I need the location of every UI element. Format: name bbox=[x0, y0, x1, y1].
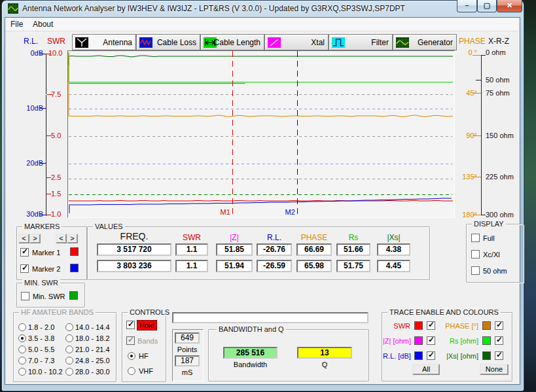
band-radio-5.0-5.5[interactable] bbox=[18, 346, 26, 353]
q-label: Q bbox=[297, 361, 352, 368]
phase-axis-title: PHASE bbox=[459, 37, 486, 46]
swr-header: SWR bbox=[175, 233, 208, 242]
rl-tick-mark bbox=[40, 108, 46, 109]
display-group-title: DISPLAY bbox=[472, 220, 506, 228]
min-swr-checkbox[interactable] bbox=[21, 292, 29, 300]
marker1-prev-button[interactable]: < bbox=[18, 234, 29, 243]
marker2-next-button[interactable]: > bbox=[67, 234, 78, 243]
trace-z-label: |Z| [ohm] bbox=[383, 337, 410, 345]
m1-freq-value[interactable]: 3 517 720 bbox=[97, 243, 171, 256]
trace-z-checkbox[interactable] bbox=[427, 336, 435, 345]
trace-enable-group-title: TRACE ENABLE AND COLOURS bbox=[387, 308, 501, 316]
tab-xtal[interactable]: Xtal bbox=[264, 34, 329, 50]
svg-text:M1: M1 bbox=[221, 208, 230, 216]
min-swr-color-swatch[interactable] bbox=[69, 291, 78, 300]
trace-swr-label: SWR bbox=[383, 322, 410, 330]
marker2-checkbox[interactable] bbox=[20, 264, 29, 273]
trace-xs-label: |Xs| [ohm] bbox=[437, 352, 478, 360]
minimize-icon: – bbox=[457, 1, 476, 9]
band-radio-1.8-2.0[interactable] bbox=[18, 323, 26, 331]
phase-header: PHASE bbox=[296, 233, 332, 242]
xrz-axis-title: X-R-Z bbox=[488, 37, 509, 46]
swr-tick: 5.0 bbox=[51, 132, 61, 139]
m2-rs-value: 51.75 bbox=[336, 260, 370, 272]
trace-swr-checkbox[interactable] bbox=[427, 321, 435, 330]
ohm-tick-mark bbox=[481, 215, 486, 215]
trace-phase-label: PHASE [°] bbox=[437, 322, 478, 330]
menu-file[interactable]: File bbox=[7, 19, 27, 29]
trace-rs-label: Rs [ohm] bbox=[437, 337, 478, 345]
markers-group-title: MARKERS bbox=[22, 223, 62, 230]
values-group-title: VALUES bbox=[93, 223, 125, 230]
m2-freq-value[interactable]: 3 803 236 bbox=[97, 260, 171, 272]
tab-cable-length[interactable]: Cable Length bbox=[200, 34, 264, 50]
trace-rs-checkbox[interactable] bbox=[495, 336, 503, 345]
trace-rl-checkbox[interactable] bbox=[427, 351, 435, 360]
hf-radio[interactable] bbox=[128, 352, 135, 360]
m2-swr-value: 1.1 bbox=[175, 260, 208, 272]
tab-label: Filter bbox=[371, 38, 389, 47]
ohm-tick: 225 ohm bbox=[486, 173, 514, 181]
swr-tick: 1.5 bbox=[51, 190, 61, 198]
ms-value: 187 bbox=[175, 355, 200, 366]
tab-antenna[interactable]: Antenna bbox=[72, 34, 136, 50]
marker1-label: Marker 1 bbox=[32, 249, 60, 257]
phase-tick-mark bbox=[473, 215, 481, 215]
display-50ohm-checkbox[interactable] bbox=[471, 266, 480, 275]
band-radio-14.0-14.4[interactable] bbox=[65, 323, 73, 331]
tab-label: Xtal bbox=[311, 38, 325, 47]
trace-all-button[interactable]: All bbox=[412, 364, 440, 375]
maximize-button[interactable]: ▢ bbox=[477, 0, 497, 12]
menu-about[interactable]: About bbox=[29, 19, 57, 29]
tab-filter[interactable]: Filter bbox=[329, 34, 393, 50]
ohm-tick-mark bbox=[481, 55, 486, 56]
trace-rs-swatch[interactable] bbox=[482, 336, 491, 345]
tab-label: Antenna bbox=[103, 38, 132, 47]
minimize-button[interactable]: – bbox=[457, 0, 477, 12]
xs-header: |Xs| bbox=[377, 233, 410, 242]
trace-xs-checkbox[interactable] bbox=[495, 351, 503, 360]
tab-cable-loss[interactable]: Cable Loss bbox=[136, 34, 200, 50]
trace-none-button[interactable]: None bbox=[480, 364, 509, 375]
hold-label: Hold bbox=[137, 320, 157, 330]
q-value: 13 bbox=[297, 347, 352, 359]
freq-header: FREQ. bbox=[97, 231, 171, 241]
trace-rl-label: R.L. [dB] bbox=[383, 352, 410, 360]
band-radio-3.5-3.8[interactable] bbox=[18, 334, 26, 342]
chart-plot-area[interactable]: M1M2 bbox=[67, 50, 455, 218]
display-full-checkbox[interactable] bbox=[471, 234, 480, 242]
bands-label: Bands bbox=[137, 337, 158, 345]
ohm-tick-mark bbox=[476, 80, 481, 80]
m1-xs-value: 4.38 bbox=[377, 243, 410, 256]
band-radio-28.0-30.0[interactable] bbox=[65, 368, 73, 376]
band-radio-10.0-10.2[interactable] bbox=[18, 368, 26, 376]
marker1-next-button[interactable]: > bbox=[29, 234, 41, 243]
trace-phase-checkbox[interactable] bbox=[495, 321, 503, 330]
bandwidth-q-group-title: BANDWIDTH and Q bbox=[217, 325, 286, 333]
sweep-input[interactable] bbox=[172, 312, 368, 323]
band-radio-7.0-7.3[interactable] bbox=[18, 357, 26, 365]
marker2-color-swatch[interactable] bbox=[70, 264, 79, 272]
band-radio-18.0-18.2[interactable] bbox=[65, 334, 73, 342]
trace-xs-swatch[interactable] bbox=[482, 351, 491, 360]
trace-rl-swatch[interactable] bbox=[414, 351, 423, 360]
close-button[interactable]: ✕ bbox=[497, 0, 522, 12]
vhf-radio[interactable] bbox=[128, 367, 135, 375]
tab-generator[interactable]: Generator bbox=[393, 34, 457, 50]
marker1-color-swatch[interactable] bbox=[70, 247, 79, 256]
hf-bands-group-title: HF AMATEUR BANDS bbox=[19, 308, 96, 316]
swr-tick-mark bbox=[46, 135, 51, 136]
trace-swr-swatch[interactable] bbox=[414, 321, 423, 330]
band-radio-21.0-21.4[interactable] bbox=[65, 346, 73, 353]
hold-checkbox[interactable] bbox=[126, 321, 135, 329]
trace-phase-swatch[interactable] bbox=[482, 321, 491, 330]
band-radio-24.8-25.0[interactable] bbox=[65, 357, 73, 365]
swr-tick: 10.0 bbox=[48, 49, 62, 57]
marker1-checkbox[interactable] bbox=[20, 248, 29, 257]
trace-z-swatch[interactable] bbox=[414, 336, 423, 345]
ohm-tick: 50 ohm bbox=[486, 76, 510, 84]
marker2-prev-button[interactable]: < bbox=[56, 234, 67, 243]
vhf-label: VHF bbox=[139, 367, 153, 375]
display-xcxl-checkbox[interactable] bbox=[471, 250, 480, 258]
tab-label: Cable Length bbox=[214, 38, 260, 47]
